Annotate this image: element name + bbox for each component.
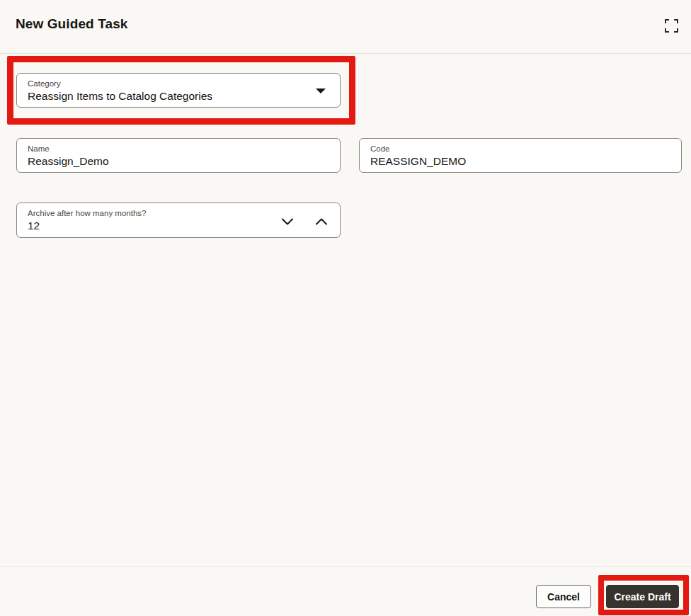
caret-down-icon[interactable] bbox=[316, 89, 326, 93]
cancel-button[interactable]: Cancel bbox=[536, 585, 591, 608]
page-title: New Guided Task bbox=[16, 16, 127, 32]
expand-icon bbox=[665, 19, 678, 33]
stepper-increment-button[interactable] bbox=[313, 213, 330, 230]
header-divider bbox=[0, 53, 691, 54]
chevron-down-icon bbox=[282, 218, 293, 225]
archive-months-field[interactable]: Archive after how many months? bbox=[16, 203, 341, 238]
code-label: Code bbox=[370, 144, 671, 154]
name-field[interactable]: Name bbox=[16, 138, 341, 173]
name-label: Name bbox=[28, 144, 330, 154]
category-select[interactable]: Category Reassign Items to Catalog Categ… bbox=[16, 73, 341, 108]
footer-divider bbox=[0, 566, 691, 567]
create-draft-button[interactable]: Create Draft bbox=[606, 585, 679, 608]
category-value: Reassign Items to Catalog Categories bbox=[28, 90, 212, 102]
code-field[interactable]: Code bbox=[359, 138, 682, 173]
chevron-up-icon bbox=[316, 218, 327, 225]
name-input[interactable] bbox=[28, 154, 330, 169]
stepper-decrement-button[interactable] bbox=[279, 213, 296, 230]
category-label: Category bbox=[28, 79, 330, 89]
code-input[interactable] bbox=[370, 154, 671, 169]
expand-dialog-button[interactable] bbox=[661, 15, 682, 36]
